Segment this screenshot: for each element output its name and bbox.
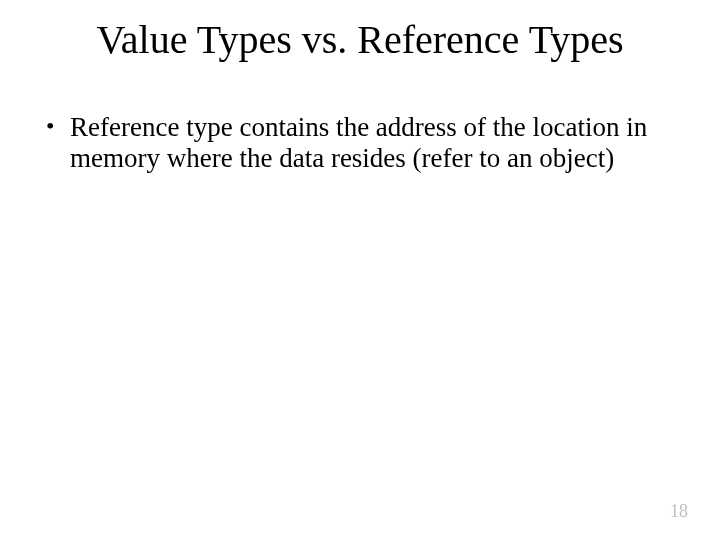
slide-body: Reference type contains the address of t… (42, 112, 660, 174)
list-item: Reference type contains the address of t… (42, 112, 660, 174)
bullet-list: Reference type contains the address of t… (42, 112, 660, 174)
page-number: 18 (670, 501, 688, 522)
slide-title: Value Types vs. Reference Types (0, 18, 720, 62)
slide: Value Types vs. Reference Types Referenc… (0, 0, 720, 540)
